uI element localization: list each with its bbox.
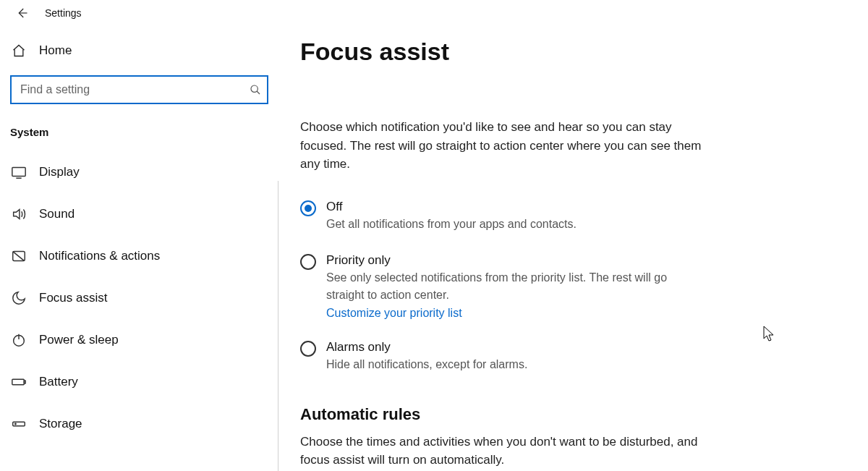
sidebar-item-label: Focus assist [39, 291, 107, 305]
focus-assist-options: Off Get all notifications from your apps… [300, 200, 705, 373]
main-content: Focus assist Choose which notification y… [278, 0, 868, 471]
sidebar-home[interactable]: Home [0, 35, 278, 67]
power-icon [10, 332, 27, 348]
sound-icon [10, 206, 27, 222]
search-input[interactable] [19, 82, 250, 97]
automatic-rules-description: Choose the times and activities when you… [300, 433, 705, 470]
option-description: Hide all notifications, except for alarm… [326, 356, 705, 373]
sidebar-nav: Display Sound Notifications & actions Fo… [0, 151, 278, 445]
moon-icon [10, 290, 27, 306]
automatic-rules-header: Automatic rules [300, 405, 846, 424]
radio-icon [300, 341, 316, 357]
option-label: Alarms only [326, 340, 705, 355]
search-container [0, 67, 278, 123]
sidebar-item-label: Power & sleep [39, 333, 119, 347]
sidebar-item-display[interactable]: Display [0, 151, 278, 193]
svg-point-7 [15, 423, 16, 424]
battery-icon [10, 374, 27, 390]
back-button[interactable] [6, 0, 38, 27]
page-description: Choose which notification you'd like to … [300, 118, 705, 174]
storage-icon [10, 416, 27, 432]
sidebar-item-storage[interactable]: Storage [0, 403, 278, 445]
sidebar-category: System [0, 123, 278, 151]
search-icon [250, 84, 261, 96]
sidebar-home-label: Home [39, 43, 72, 58]
svg-rect-5 [24, 381, 25, 383]
back-arrow-icon [15, 7, 28, 20]
option-off[interactable]: Off Get all notifications from your apps… [300, 200, 705, 233]
option-label: Priority only [326, 253, 705, 268]
svg-rect-4 [12, 379, 25, 384]
sidebar-item-label: Storage [39, 417, 82, 431]
option-description: See only selected notifications from the… [326, 269, 705, 304]
customize-priority-link[interactable]: Customize your priority list [326, 307, 462, 320]
notifications-icon [10, 248, 27, 264]
page-title: Focus assist [300, 38, 846, 66]
sidebar-item-power-sleep[interactable]: Power & sleep [0, 319, 278, 361]
display-icon [10, 164, 27, 180]
svg-point-0 [251, 85, 258, 92]
radio-icon [300, 254, 316, 270]
option-label: Off [326, 200, 705, 214]
titlebar: Settings [0, 0, 278, 35]
sidebar-item-label: Sound [39, 207, 75, 221]
sidebar-item-sound[interactable]: Sound [0, 193, 278, 235]
sidebar: Settings Home Syste [0, 0, 278, 471]
radio-icon [300, 200, 316, 216]
option-priority-only[interactable]: Priority only See only selected notifica… [300, 253, 705, 320]
mouse-cursor-icon [763, 326, 776, 343]
settings-window: Settings Home Syste [0, 0, 868, 471]
sidebar-item-label: Display [39, 165, 80, 179]
sidebar-item-focus-assist[interactable]: Focus assist [0, 277, 278, 319]
window-title: Settings [45, 7, 82, 19]
home-icon [10, 43, 27, 58]
option-description: Get all notifications from your apps and… [326, 216, 705, 233]
sidebar-item-battery[interactable]: Battery [0, 361, 278, 403]
sidebar-item-label: Notifications & actions [39, 249, 160, 263]
sidebar-item-notifications[interactable]: Notifications & actions [0, 235, 278, 277]
option-alarms-only[interactable]: Alarms only Hide all notifications, exce… [300, 340, 705, 373]
svg-rect-1 [12, 168, 25, 177]
sidebar-item-label: Battery [39, 375, 78, 389]
search-box[interactable] [10, 75, 268, 104]
